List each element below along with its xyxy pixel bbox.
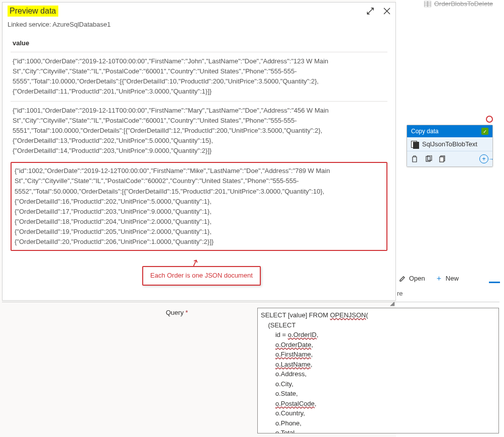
query-property-row: Query * SELECT [value] FROM OPENJSON( (S… (166, 308, 499, 433)
add-output-icon[interactable]: + (479, 154, 488, 163)
linked-service-label: Linked service: AzureSqlDatabase1 (3, 17, 395, 34)
canvas-item-label: OrderBlobsToDelete (434, 0, 493, 8)
annotation-text: Each Order is one JSON document (150, 272, 253, 279)
close-icon[interactable] (383, 8, 390, 15)
activity-card-header[interactable]: Copy data ✓ (407, 125, 492, 137)
panel-title: Preview data (8, 6, 58, 17)
clone-icon[interactable] (425, 155, 432, 162)
truncated-text: re (397, 290, 403, 297)
expand-icon[interactable] (366, 7, 374, 15)
dataset-icon (424, 1, 431, 8)
column-header-value: value (11, 34, 387, 52)
table-row: {"id":1001,"OrderDate":"2019-12-11T00:00… (11, 101, 387, 160)
annotation-callout: Each Order is one JSON document (142, 266, 261, 285)
table-row-highlighted: {"id":1002,"OrderDate":"2019-12-12T00:00… (11, 162, 387, 251)
copy-icon[interactable] (439, 155, 446, 162)
preview-data-panel: Preview data Linked service: AzureSqlDat… (2, 2, 396, 301)
query-label: Query * (166, 308, 251, 433)
new-button[interactable]: ＋ New (435, 274, 459, 283)
activity-card-body[interactable]: SqlJsonToBlobText (407, 137, 492, 151)
canvas-item-partial: OrderBlobsToDelete (424, 0, 493, 8)
query-textarea[interactable]: SELECT [value] FROM OPENJSON( (SELECT id… (257, 308, 499, 433)
svg-rect-7 (440, 157, 444, 162)
activity-name-label: SqlJsonToBlobText (422, 140, 477, 148)
activity-card-footer: + (407, 151, 492, 166)
resize-handle-icon[interactable]: ◢ (390, 300, 397, 307)
table-row: {"id":1000,"OrderDate":"2019-12-10T00:00… (11, 52, 387, 101)
tab-underline (489, 282, 500, 283)
panel-header: Preview data (3, 3, 395, 17)
open-button[interactable]: Open (399, 275, 425, 282)
open-label: Open (409, 275, 425, 282)
status-indicator (486, 116, 493, 123)
divider (2, 302, 499, 302)
delete-icon[interactable] (411, 155, 418, 162)
activity-type-label: Copy data (411, 128, 439, 135)
annotation-area: ↗ Each Order is one JSON document (3, 255, 395, 300)
edit-icon (399, 275, 406, 282)
success-check-icon: ✓ (481, 128, 488, 135)
plus-icon: ＋ (435, 274, 443, 283)
copy-data-icon (411, 141, 419, 148)
activity-card[interactable]: Copy data ✓ SqlJsonToBlobText + (407, 125, 493, 167)
dataset-toolbar: Open ＋ New (397, 271, 497, 286)
new-label: New (446, 275, 459, 282)
